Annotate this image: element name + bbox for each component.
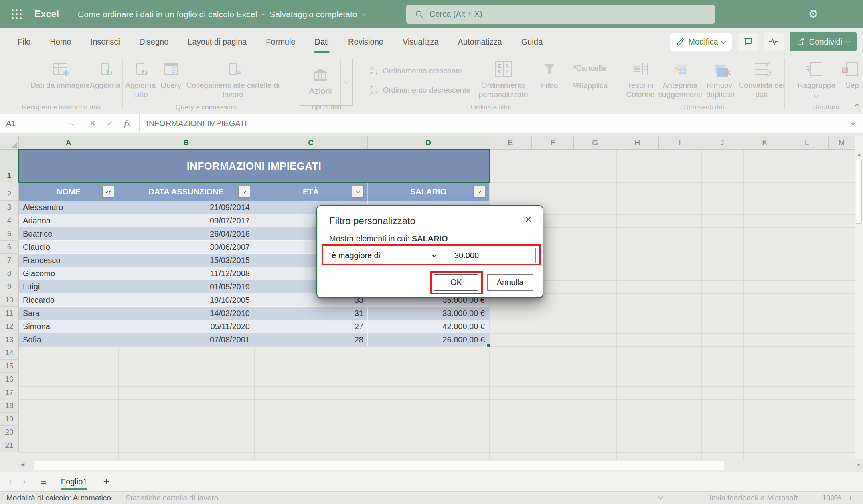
sheet-list-menu-icon[interactable]: ≡ — [41, 476, 47, 488]
cell-B3[interactable]: 21/09/2014 — [118, 201, 254, 214]
expand-formula-bar-icon[interactable] — [851, 120, 856, 125]
row-header-2[interactable]: 2 — [0, 182, 19, 201]
zoom-out-button[interactable]: − — [810, 492, 815, 504]
app-launcher-waffle-icon[interactable] — [12, 9, 22, 20]
cancel-button[interactable]: Annulla — [487, 274, 533, 291]
filter-operator-select[interactable]: è maggiore di — [326, 248, 442, 263]
column-header-I[interactable]: I — [659, 136, 701, 150]
column-header-A[interactable]: A — [19, 136, 118, 150]
column-header-G[interactable]: G — [574, 136, 616, 150]
row-header-8[interactable]: 8 — [0, 267, 19, 280]
tab-dati[interactable]: Dati — [305, 28, 339, 55]
row-header-9[interactable]: 9 — [0, 280, 19, 293]
settings-gear-icon[interactable]: ⚙ — [808, 8, 818, 20]
cell-A4[interactable]: Arianna — [19, 214, 118, 227]
confirm-entry-icon[interactable]: ✓ — [107, 119, 114, 128]
cell-B8[interactable]: 11/12/2008 — [118, 267, 254, 280]
tab-inserisci[interactable]: Inserisci — [81, 28, 130, 55]
cell-A3[interactable]: Alessandro — [19, 201, 118, 214]
column-header-C[interactable]: C — [254, 136, 368, 150]
column-header-J[interactable]: J — [701, 136, 744, 150]
formula-content[interactable]: INFORMAZIONI IMPIEGATI — [146, 119, 851, 128]
previous-sheet-icon[interactable]: ‹ — [9, 476, 12, 487]
row-header-16[interactable]: 16 — [0, 373, 19, 386]
table-header-nome[interactable]: NOME↑ — [19, 182, 118, 201]
cancel-entry-icon[interactable]: ✕ — [89, 119, 96, 128]
horizontal-scrollbar-thumb[interactable] — [34, 461, 724, 470]
search-input[interactable] — [429, 10, 670, 19]
comments-button[interactable] — [738, 33, 758, 51]
cell-A12[interactable]: Simona — [19, 320, 118, 333]
ribbon-button-convalida-dati[interactable]: Convalida dei dati — [738, 59, 785, 99]
cell-C11[interactable]: 31 — [254, 307, 368, 320]
row-header-20[interactable]: 20 — [0, 426, 19, 439]
column-header-E[interactable]: E — [489, 136, 532, 150]
tab-formule[interactable]: Formule — [256, 28, 305, 55]
insert-function-icon[interactable]: fx — [124, 118, 130, 129]
ribbon-button-collegamenti[interactable]: Collegamenti alle cartelle di lavoro — [179, 59, 287, 99]
search-box[interactable] — [406, 5, 715, 24]
row-header-5[interactable]: 5 — [0, 227, 19, 241]
scroll-up-icon[interactable]: ▲ — [855, 152, 863, 156]
ribbon-button-rimuovi-duplicati[interactable]: Rimuovi duplicati — [698, 59, 743, 99]
row-header-11[interactable]: 11 — [0, 307, 19, 320]
ribbon-button-raggruppa[interactable]: Raggruppa — [792, 59, 841, 99]
filter-dropdown-età[interactable] — [352, 186, 364, 198]
filter-dropdown-salario[interactable] — [473, 186, 485, 198]
row-header-14[interactable]: 14 — [0, 346, 19, 360]
tab-home[interactable]: Home — [40, 28, 81, 55]
cell-B10[interactable]: 18/10/2005 — [118, 293, 254, 307]
scroll-left-icon[interactable]: ◀ — [21, 461, 24, 467]
table-title-cell[interactable]: INFORMAZIONI IMPIEGATI — [19, 150, 489, 182]
row-header-13[interactable]: 13 — [0, 333, 19, 346]
filter-dropdown-data-assunzione[interactable] — [238, 186, 250, 198]
row-header-3[interactable]: 3 — [0, 201, 19, 214]
ribbon-button-riapplica[interactable]: ↻ Riapplica — [573, 81, 608, 90]
select-all-corner[interactable] — [0, 136, 19, 150]
cell-A11[interactable]: Sara — [19, 307, 118, 320]
zoom-in-button[interactable]: + — [848, 492, 853, 504]
row-header-17[interactable]: 17 — [0, 386, 19, 399]
workbook-stats-status[interactable]: Statistiche cartella di lavoro — [126, 494, 218, 502]
fill-handle[interactable] — [486, 344, 490, 348]
column-header-H[interactable]: H — [616, 136, 659, 150]
column-header-F[interactable]: F — [532, 136, 574, 150]
row-header-4[interactable]: 4 — [0, 214, 19, 227]
tab-file[interactable]: File — [8, 28, 40, 55]
share-button[interactable]: Condividi — [790, 32, 857, 51]
ribbon-button-filtro[interactable]: Filtro — [530, 59, 569, 90]
cell-C12[interactable]: 27 — [254, 320, 368, 333]
row-header-1[interactable]: 1 — [0, 150, 19, 182]
azioni-dropdown[interactable] — [340, 59, 352, 105]
cell-D11[interactable]: 33.000,00 € — [368, 307, 489, 320]
ribbon-button-ordinamento-crescente[interactable]: AZ↓ Ordinamento crescente — [370, 65, 462, 77]
cell-B9[interactable]: 01/05/2019 — [118, 280, 254, 293]
ok-button[interactable]: OK — [434, 274, 478, 291]
column-header-K[interactable]: K — [743, 136, 786, 150]
tab-disegno[interactable]: Disegno — [130, 28, 178, 55]
tab-automatizza[interactable]: Automatizza — [448, 28, 512, 55]
row-header-19[interactable]: 19 — [0, 413, 19, 426]
name-box[interactable]: A1 — [0, 114, 80, 133]
cell-B5[interactable]: 26/04/2016 — [118, 227, 254, 241]
horizontal-scrollbar[interactable]: ◀ — [0, 459, 863, 472]
tab-revisione[interactable]: Revisione — [338, 28, 393, 55]
table-header-salario[interactable]: SALARIO — [368, 182, 489, 201]
cell-A6[interactable]: Claudio — [19, 241, 118, 254]
ribbon-button-cancella[interactable]: ✕ Cancella — [573, 64, 606, 73]
cell-B4[interactable]: 09/07/2017 — [118, 214, 254, 227]
zoom-level[interactable]: 100% — [822, 494, 841, 502]
row-header-6[interactable]: 6 — [0, 241, 19, 254]
tab-layout-di-pagina[interactable]: Layout di pagina — [178, 28, 256, 55]
row-header-10[interactable]: 10 — [0, 293, 19, 307]
document-title[interactable]: Come ordinare i dati in un foglio di cal… — [78, 10, 365, 19]
cell-A9[interactable]: Luigi — [19, 280, 118, 293]
cell-B12[interactable]: 05/11/2020 — [118, 320, 254, 333]
cell-A10[interactable]: Riccardo — [19, 293, 118, 307]
cell-B13[interactable]: 07/08/2001 — [118, 333, 254, 346]
table-header-età[interactable]: ETÀ — [254, 182, 368, 201]
row-header-15[interactable]: 15 — [0, 360, 19, 373]
filter-value-input[interactable] — [450, 248, 536, 263]
cell-B6[interactable]: 30/06/2007 — [118, 241, 254, 254]
dialog-close-icon[interactable]: ✕ — [525, 214, 532, 225]
